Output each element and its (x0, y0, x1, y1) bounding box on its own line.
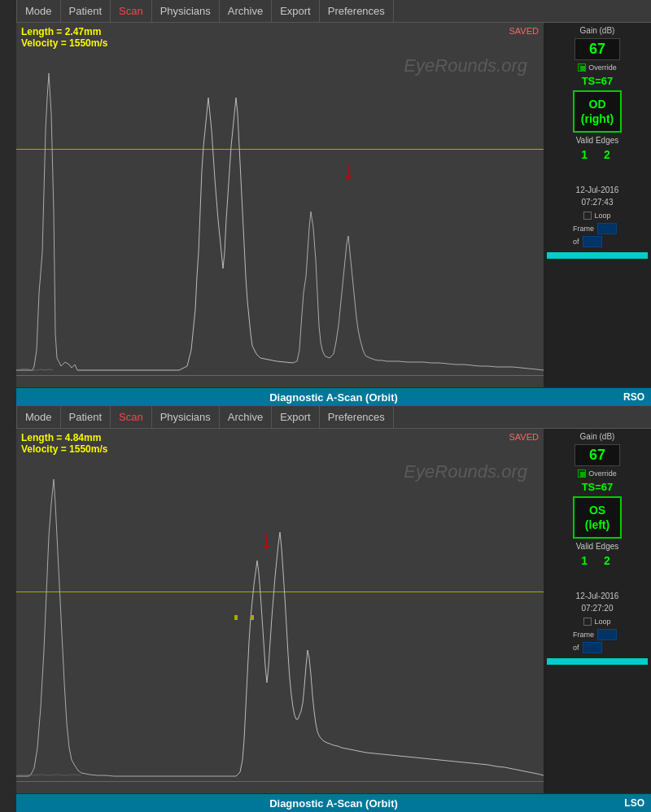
override-a[interactable]: Override (578, 63, 617, 72)
loop-row-b[interactable]: Loop (583, 618, 610, 626)
frame-of-num-b[interactable] (583, 642, 602, 653)
frame-row-b: Frame of (573, 629, 622, 653)
svg-rect-0 (234, 615, 238, 620)
ts-value-a: TS=67 (582, 75, 614, 87)
waveform-svg-b (16, 455, 544, 780)
override-b[interactable]: Override (578, 469, 617, 478)
menu-physicians-b[interactable]: Physicians (152, 406, 220, 428)
statusbar-right-a: RSO (623, 391, 644, 403)
red-arrow-b: ↓ (260, 526, 273, 552)
right-panel-b: Gain (dB) 67 Override TS=67 OS(left) Val… (544, 429, 651, 793)
menu-patient-b[interactable]: Patient (61, 406, 111, 428)
override-label-b: Override (588, 469, 617, 478)
menu-physicians-a[interactable]: Physicians (152, 0, 220, 22)
frame-label-a: Frame (573, 225, 594, 233)
cyan-bar-b (547, 658, 648, 665)
scan-info-a: Length = 2.47mm Velocity = 1550m/s (21, 26, 107, 49)
gain-value-b[interactable]: 67 (575, 444, 620, 466)
gain-label-a: Gain (dB) (547, 26, 648, 35)
menu-preferences-a[interactable]: Preferences (320, 0, 394, 22)
menu-archive-a[interactable]: Archive (220, 0, 272, 22)
panel-b: Mode Patient Scan Physicians Archive Exp… (0, 406, 651, 812)
length-a: Length = 2.47mm (21, 26, 107, 37)
baseline-b (16, 781, 544, 782)
saved-badge-a: SAVED (509, 26, 539, 36)
svg-rect-1 (251, 615, 254, 620)
of-label-a: of (573, 238, 579, 246)
date-b: 12-Jul-201607:27:20 (576, 590, 619, 614)
loop-label-a: Loop (594, 212, 610, 220)
vedges-val-b: 1 2 (578, 554, 616, 567)
statusbar-text-b: Diagnostic A-Scan (Orbit) (269, 797, 398, 810)
frame-row-a: Frame of (573, 223, 622, 247)
right-panel-a: Gain (dB) 67 Override TS=67 OD(right) Va… (544, 23, 651, 387)
length-b: Length = 4.84mm (21, 432, 107, 443)
velocity-a: Velocity = 1550m/s (21, 37, 107, 49)
date-a: 12-Jul-201607:27:43 (576, 184, 619, 208)
velocity-b: Velocity = 1550m/s (21, 443, 107, 455)
statusbar-b: Diagnostic A-Scan (Orbit) LSO (16, 794, 651, 812)
override-label-a: Override (588, 63, 617, 72)
statusbar-a: Diagnostic A-Scan (Orbit) RSO (16, 388, 651, 406)
loop-checkbox-a[interactable] (583, 212, 592, 220)
gain-label-b: Gain (dB) (547, 432, 648, 441)
of-label-b: of (573, 644, 579, 652)
cyan-bar-a (547, 252, 648, 259)
loop-row-a[interactable]: Loop (583, 212, 610, 220)
override-checkbox-a[interactable] (578, 63, 586, 72)
menu-patient-a[interactable]: Patient (61, 0, 111, 22)
menu-preferences-b[interactable]: Preferences (320, 406, 394, 428)
menu-scan-a[interactable]: Scan (111, 0, 152, 22)
menu-export-b[interactable]: Export (272, 406, 320, 428)
frame-of-num-a[interactable] (583, 236, 602, 247)
saved-badge-b: SAVED (509, 432, 539, 442)
scan-area-a: Length = 2.47mm Velocity = 1550m/s SAVED… (16, 23, 544, 387)
loop-checkbox-b[interactable] (583, 618, 592, 626)
ts-value-b: TS=67 (582, 481, 614, 493)
menubar-a: Mode Patient Scan Physicians Archive Exp… (16, 0, 651, 23)
frame-num-b[interactable] (597, 629, 617, 640)
menu-export-a[interactable]: Export (272, 0, 320, 22)
red-arrow-a: ↓ (342, 157, 355, 183)
scan-info-b: Length = 4.84mm Velocity = 1550m/s (21, 432, 107, 455)
gain-value-a[interactable]: 67 (575, 38, 620, 60)
eye-box-a: OD(right) (573, 90, 622, 133)
scan-area-b: Length = 4.84mm Velocity = 1550m/s SAVED… (16, 429, 544, 793)
frame-label-b: Frame (573, 631, 594, 639)
panel-a: Mode Patient Scan Physicians Archive Exp… (0, 0, 651, 406)
menu-scan-b[interactable]: Scan (111, 406, 152, 428)
statusbar-text-a: Diagnostic A-Scan (Orbit) (269, 391, 398, 404)
override-checkbox-b[interactable] (578, 469, 586, 478)
menubar-b: Mode Patient Scan Physicians Archive Exp… (16, 406, 651, 429)
eye-box-b: OS(left) (573, 496, 622, 539)
frame-num-a[interactable] (597, 223, 617, 234)
waveform-svg-a (16, 49, 544, 374)
vedges-val-a: 1 2 (578, 148, 616, 161)
vedges-label-a: Valid Edges (576, 136, 619, 145)
statusbar-right-b: LSO (624, 797, 644, 809)
menu-mode-b[interactable]: Mode (16, 406, 61, 428)
menu-archive-b[interactable]: Archive (220, 406, 272, 428)
loop-label-b: Loop (594, 618, 610, 626)
vedges-label-b: Valid Edges (576, 542, 619, 551)
baseline-a (16, 375, 544, 376)
menu-mode-a[interactable]: Mode (16, 0, 61, 22)
